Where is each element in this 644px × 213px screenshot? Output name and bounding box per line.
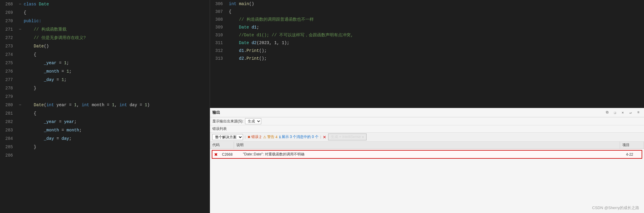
warning-label: 警告 (267, 134, 274, 140)
line-number: 282 (0, 118, 16, 126)
output-source-row: 显示输出出来源(S): 生成 (210, 117, 644, 125)
code-line: 282 _year = year; (0, 118, 210, 126)
code-line: 285 } (0, 143, 210, 151)
error-count: 2 (259, 135, 262, 139)
line-content: // 但是无参调用存在歧义? (22, 34, 210, 42)
code-line: 279 (0, 92, 210, 101)
info-badge[interactable]: ℹ 展示 3 个消息中的 0 个 (279, 134, 319, 140)
line-number: 269 (0, 8, 16, 17)
sep2: | (320, 135, 321, 139)
chevron-down-icon: ▾ (362, 135, 364, 139)
error-list-header: 错误列表 (210, 125, 644, 133)
line-number: 310 (210, 31, 226, 39)
line-number: 286 (0, 151, 16, 160)
line-number: 284 (0, 134, 16, 143)
code-line: 281 { (0, 109, 210, 118)
output-panel: 输出 ⧉ ❏ ✕ ↵ ≡ 显示输出出来源(S): 生成 错误列表 (210, 108, 644, 213)
line-number: 272 (0, 34, 16, 42)
warning-badge[interactable]: ⚠ 警告 4 (263, 134, 277, 140)
line-content: class Date (22, 0, 210, 8)
line-number: 274 (0, 50, 16, 59)
line-content: Date d1; (228, 23, 644, 31)
code-line: 274 { (0, 50, 210, 59)
error-list-panel: 错误列表 整个解决方案 | ✖ 错误 2 ⚠ 警告 4 (210, 125, 644, 213)
line-number: 306 (210, 0, 226, 8)
code-line: 272 // 但是无参调用存在歧义? (0, 34, 210, 42)
copy-button[interactable]: ⧉ (604, 109, 610, 116)
line-number: 308 (210, 16, 226, 23)
code-line: 283 _month = month; (0, 126, 210, 134)
left-code-panel: 268−class Date269{270public:271− // 构成函数… (0, 0, 210, 213)
line-content: Date() (22, 42, 210, 50)
info-icon: ℹ (279, 135, 281, 139)
line-content: { (22, 109, 210, 118)
line-number: 277 (0, 76, 16, 84)
code-line: 308 // 构造函数的调用跟普通函数也不一样 (210, 16, 644, 23)
line-number: 271 (0, 25, 16, 34)
line-number: 273 (0, 42, 16, 50)
line-number: 309 (210, 23, 226, 31)
code-line: 306int main() (210, 0, 644, 8)
line-content: { (228, 8, 644, 16)
sep1: | (245, 135, 246, 139)
output-source-select[interactable]: 生成 (245, 118, 261, 124)
code-line: 273 Date() (0, 42, 210, 50)
word-wrap-button[interactable]: ↵ (627, 109, 634, 116)
line-content: _month = 1; (22, 67, 210, 76)
right-panel: 306int main()307{308 // 构造函数的调用跟普通函数也不一样… (210, 0, 644, 213)
generate-button[interactable]: 生成 + IntelliSense ▾ (328, 134, 367, 140)
line-gutter: − (18, 25, 22, 34)
line-content: d2.Print(); (228, 55, 644, 62)
line-content: } (22, 84, 210, 92)
line-number: 268 (0, 0, 16, 8)
line-number: 283 (0, 126, 16, 134)
error-filter-row: 整个解决方案 | ✖ 错误 2 ⚠ 警告 4 ℹ (210, 133, 644, 142)
line-content: public: (22, 17, 210, 25)
line-content: { (22, 8, 210, 17)
line-number: 279 (0, 92, 16, 101)
line-content: _day = 1; (22, 76, 210, 84)
line-number: 312 (210, 47, 226, 55)
info-label: 展示 3 个消息中的 0 个 (282, 134, 319, 140)
code-line: 312 d1.Print(); (210, 47, 644, 55)
line-number: 311 (210, 39, 226, 47)
code-line: 284 _day = day; (0, 134, 210, 143)
col-header-desc: 说明 (234, 142, 620, 148)
line-content: // 构成函数重载 (22, 25, 210, 34)
copy-all-button[interactable]: ❏ (612, 109, 618, 116)
error-row-desc: "Date::Date": 对重载函数的调用不明确 (241, 151, 624, 158)
generate-label: 生成 + IntelliSense (331, 134, 361, 140)
code-line: 310 //Date d1(); // 不可以这样写，会跟函数声明有点冲突, (210, 31, 644, 39)
error-table: 代码 说明 项目 ✖ C2668 "Date::Date": 对重载函数的调用不… (210, 142, 644, 213)
error-badge[interactable]: ✖ 错误 2 (247, 134, 262, 140)
warning-count: 4 (275, 135, 277, 139)
line-content: Date(int year = 1, int month = 1, int da… (22, 101, 210, 109)
line-number: 280 (0, 101, 16, 109)
line-number: 270 (0, 17, 16, 25)
code-line: 309 Date d1; (210, 23, 644, 31)
output-toolbar: ⧉ ❏ ✕ ↵ ≡ (604, 109, 642, 116)
options-button[interactable]: ≡ (635, 109, 642, 116)
code-line: 277 _day = 1; (0, 76, 210, 84)
line-content: _year = year; (22, 118, 210, 126)
code-line: 268−class Date (0, 0, 210, 8)
filter-select[interactable]: 整个解决方案 (212, 134, 243, 140)
line-number: 276 (0, 67, 16, 76)
line-number: 281 (0, 109, 16, 118)
code-line: 271− // 构成函数重载 (0, 25, 210, 34)
line-number: 307 (210, 8, 226, 16)
col-header-code: 代码 (210, 142, 234, 148)
clear-button[interactable]: ✕ (619, 109, 626, 116)
code-line: 278 } (0, 84, 210, 92)
line-content: // 构造函数的调用跟普通函数也不一样 (228, 16, 644, 23)
line-gutter: − (18, 101, 22, 109)
code-line: 275 _year = 1; (0, 59, 210, 67)
watermark: CSDN @Sherry的成长之路 (592, 205, 639, 211)
exclude-icon: ✕ (323, 135, 326, 140)
line-content: _month = month; (22, 126, 210, 134)
line-number: 285 (0, 143, 16, 151)
line-number: 313 (210, 55, 226, 62)
line-content: d1.Print(); (228, 47, 644, 55)
error-row[interactable]: ✖ C2668 "Date::Date": 对重载函数的调用不明确 4-22 (212, 150, 642, 159)
output-header: 输出 ⧉ ❏ ✕ ↵ ≡ (210, 108, 644, 117)
